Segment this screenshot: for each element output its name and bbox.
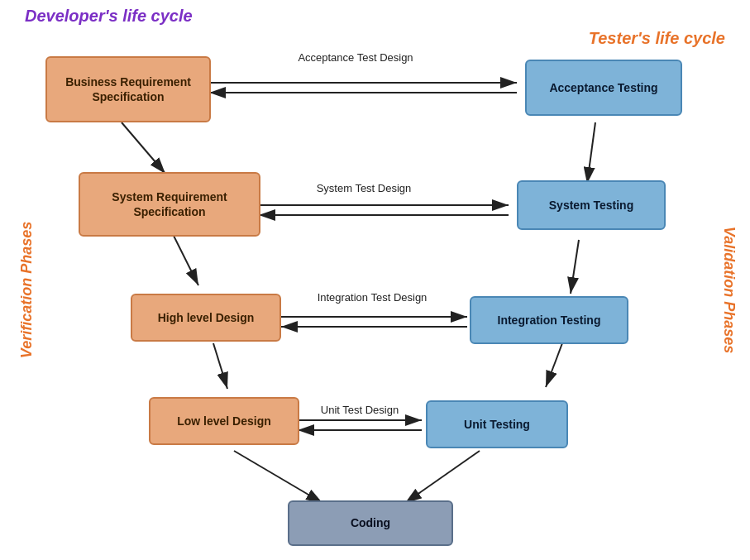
srs-box: System Requirement Specification [79,172,260,237]
system-testing-box: System Testing [517,180,666,230]
diagram-container: Developer's life cycle Tester's life cyc… [0,0,750,560]
verification-label: Verification Phases [19,221,36,357]
acceptance-test-design-label: Acceptance Test Design [298,51,413,65]
svg-line-5 [234,451,322,503]
svg-line-7 [587,122,595,184]
unit-test-design-label: Unit Test Design [310,404,409,418]
integration-testing-box: Integration Testing [470,296,628,344]
dev-lifecycle-label: Developer's life cycle [25,7,193,26]
lld-box: Low level Design [149,397,299,445]
unit-testing-box: Unit Testing [426,400,568,448]
svg-line-3 [174,236,198,285]
tester-lifecycle-label: Tester's life cycle [589,29,725,48]
svg-line-2 [122,122,165,174]
svg-line-8 [571,240,579,294]
svg-line-6 [405,451,480,503]
integration-test-design-label: Integration Test Design [310,291,434,305]
coding-box: Coding [288,500,453,546]
acceptance-testing-box: Acceptance Testing [525,60,682,116]
validation-label: Validation Phases [721,226,738,352]
brs-box: Business Requirement Specification [45,56,211,122]
hld-box: High level Design [131,294,281,342]
system-test-design-label: System Test Design [314,182,413,196]
svg-line-9 [546,343,562,387]
svg-line-4 [213,343,227,389]
